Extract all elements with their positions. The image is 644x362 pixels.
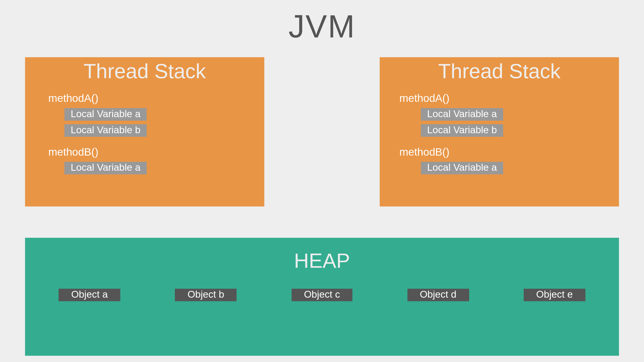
heap-box: HEAP Object a Object b Object c Object d…: [25, 238, 619, 356]
method-label: methodA(): [399, 92, 619, 105]
method-label: methodB(): [399, 146, 619, 158]
thread-stack-left: Thread Stack methodA() Local Variable a …: [25, 57, 264, 207]
local-variable: Local Variable a: [64, 162, 147, 174]
thread-stacks-row: Thread Stack methodA() Local Variable a …: [0, 57, 644, 207]
local-variable: Local Variable a: [421, 108, 503, 121]
method-label: methodA(): [48, 92, 264, 105]
heap-objects-row: Object a Object b Object c Object d Obje…: [25, 289, 619, 301]
thread-stack-title: Thread Stack: [380, 59, 619, 83]
heap-object: Object e: [524, 289, 585, 301]
stack-frame: methodA() Local Variable a Local Variabl…: [380, 92, 619, 137]
heap-object: Object a: [59, 289, 120, 301]
stack-frame: methodB() Local Variable a: [380, 146, 619, 174]
heap-title: HEAP: [25, 248, 619, 273]
heap-object: Object b: [175, 289, 237, 301]
local-variable: Local Variable b: [64, 124, 147, 137]
thread-stack-right: Thread Stack methodA() Local Variable a …: [380, 57, 619, 207]
local-variable: Local Variable b: [421, 124, 503, 137]
heap-object: Object d: [407, 289, 469, 301]
stack-frame: methodB() Local Variable a: [25, 146, 264, 174]
local-variable: Local Variable a: [64, 108, 147, 121]
stack-frame: methodA() Local Variable a Local Variabl…: [25, 92, 264, 137]
method-label: methodB(): [48, 146, 264, 158]
thread-stack-title: Thread Stack: [25, 59, 264, 83]
jvm-title: JVM: [0, 0, 644, 45]
heap-object: Object c: [291, 289, 352, 301]
local-variable: Local Variable a: [421, 162, 503, 174]
